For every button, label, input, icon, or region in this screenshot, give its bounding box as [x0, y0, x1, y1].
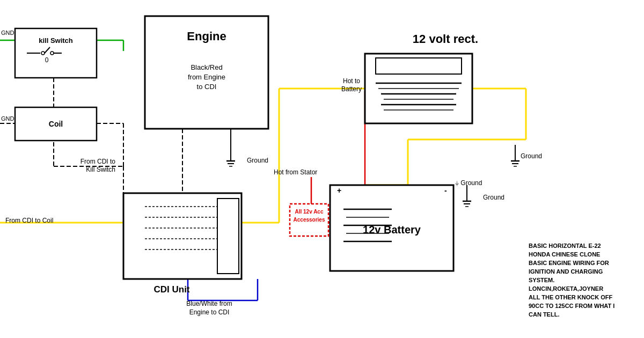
svg-text:CAN TELL.: CAN TELL. [529, 311, 559, 318]
svg-text:HONDA CHINESE CLONE: HONDA CHINESE CLONE [529, 251, 600, 258]
svg-text:Accessories: Accessories [294, 217, 325, 223]
svg-text:Kill Switch: Kill Switch [86, 166, 115, 173]
svg-text:Hot from Stator: Hot from Stator [274, 168, 317, 176]
svg-text:Engine: Engine [187, 30, 226, 43]
svg-text:All 12v Acc: All 12v Acc [295, 209, 324, 215]
svg-text:GND: GND [1, 115, 14, 122]
svg-text:90CC TO 125CC FROM WHAT I: 90CC TO 125CC FROM WHAT I [529, 303, 614, 309]
svg-rect-63 [217, 199, 239, 274]
svg-text:to CDI: to CDI [197, 83, 217, 91]
svg-text:BASIC ENGINE WIRING FOR: BASIC ENGINE WIRING FOR [529, 260, 609, 266]
svg-text:IGNITION AND CHARGING: IGNITION AND CHARGING [529, 268, 603, 275]
svg-text:From CDI to Coil: From CDI to Coil [5, 217, 53, 224]
svg-text:Ground: Ground [483, 194, 504, 201]
svg-text:-: - [444, 186, 447, 195]
svg-rect-75 [376, 58, 462, 74]
svg-text:ALL THE OTHER KNOCK OFF: ALL THE OTHER KNOCK OFF [529, 294, 613, 300]
svg-text:12v Battery: 12v Battery [363, 224, 421, 236]
svg-text:Black/Red: Black/Red [191, 63, 222, 71]
svg-text:Hot to: Hot to [343, 77, 360, 85]
svg-text:+: + [337, 186, 341, 195]
svg-text:Battery: Battery [341, 85, 362, 93]
svg-text:Blue/White from: Blue/White from [186, 300, 232, 307]
svg-text:LONCIN,ROKETA,JOYNER: LONCIN,ROKETA,JOYNER [529, 285, 603, 292]
svg-text:BASIC HORIZONTAL E-22: BASIC HORIZONTAL E-22 [529, 243, 601, 249]
svg-text:0: 0 [45, 56, 49, 64]
svg-text:GND: GND [1, 30, 14, 36]
svg-text:kill Switch: kill Switch [39, 36, 73, 45]
svg-text:SYSTEM.: SYSTEM. [529, 277, 554, 283]
svg-text:Ground: Ground [521, 152, 542, 160]
svg-text:Coil: Coil [49, 120, 63, 128]
svg-text:Ground: Ground [247, 157, 268, 164]
wiring-diagram: 0 kill Switch Coil Engine Black/Red from… [0, 0, 644, 338]
svg-text:from Engine: from Engine [188, 73, 225, 81]
svg-text:From CDI to: From CDI to [80, 158, 116, 165]
svg-text:CDI Unit: CDI Unit [153, 284, 189, 295]
svg-text:12 volt rect.: 12 volt rect. [413, 32, 478, 46]
svg-text:⏚ Ground: ⏚ Ground [455, 179, 482, 187]
svg-text:Engine to CDI: Engine to CDI [189, 308, 230, 316]
